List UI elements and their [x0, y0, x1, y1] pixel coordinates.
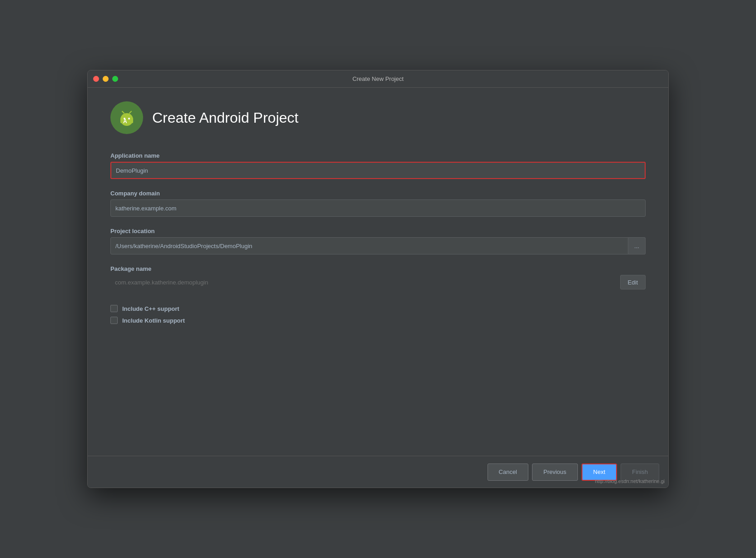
kotlin-support-label: Include Kotlin support: [122, 317, 185, 324]
kotlin-support-item[interactable]: Include Kotlin support: [110, 317, 646, 324]
watermark-text: http://blog.esdn.net/katherine.gi: [595, 478, 665, 484]
browse-button[interactable]: ...: [628, 237, 646, 254]
package-name-value: com.example.katherine.demoplugin: [110, 275, 616, 289]
cancel-button[interactable]: Cancel: [487, 463, 528, 481]
svg-text:A: A: [123, 118, 127, 125]
company-domain-label: Company domain: [110, 190, 646, 197]
minimize-button[interactable]: [103, 76, 109, 82]
svg-rect-1: [120, 118, 122, 123]
edit-package-button[interactable]: Edit: [620, 275, 646, 289]
page-title: Create Android Project: [152, 110, 298, 126]
project-location-input[interactable]: [110, 237, 628, 254]
finish-button[interactable]: Finish: [621, 463, 659, 481]
project-location-label: Project location: [110, 228, 646, 234]
checkbox-group: Include C++ support Include Kotlin suppo…: [110, 305, 646, 324]
app-name-input[interactable]: [110, 162, 646, 179]
android-logo: A: [110, 101, 143, 134]
kotlin-support-checkbox[interactable]: [110, 317, 118, 324]
project-location-row: ...: [110, 237, 646, 254]
app-name-label: Application name: [110, 152, 646, 159]
form-area: Application name Company domain Project …: [110, 152, 646, 447]
svg-point-4: [128, 118, 130, 120]
company-domain-group: Company domain: [110, 190, 646, 217]
page-header: A Create Android Project: [110, 101, 646, 134]
cpp-support-item[interactable]: Include C++ support: [110, 305, 646, 312]
package-name-row: com.example.katherine.demoplugin Edit: [110, 275, 646, 289]
svg-rect-2: [131, 118, 133, 123]
project-location-group: Project location ...: [110, 228, 646, 254]
footer: Cancel Previous Next Finish http://blog.…: [88, 456, 668, 488]
previous-button[interactable]: Previous: [532, 463, 578, 481]
content-area: A Create Android Project Application nam…: [88, 88, 668, 456]
next-button[interactable]: Next: [582, 463, 617, 481]
package-name-group: Package name com.example.katherine.demop…: [110, 265, 646, 289]
title-bar: Create New Project: [88, 70, 668, 88]
svg-line-5: [122, 111, 124, 113]
cpp-support-label: Include C++ support: [122, 305, 179, 312]
svg-line-6: [129, 111, 131, 113]
package-name-label: Package name: [110, 265, 646, 272]
cpp-support-checkbox[interactable]: [110, 305, 118, 312]
window-title: Create New Project: [353, 75, 404, 82]
traffic-lights: [93, 76, 118, 82]
company-domain-input[interactable]: [110, 199, 646, 217]
close-button[interactable]: [93, 76, 99, 82]
maximize-button[interactable]: [112, 76, 118, 82]
app-name-group: Application name: [110, 152, 646, 179]
